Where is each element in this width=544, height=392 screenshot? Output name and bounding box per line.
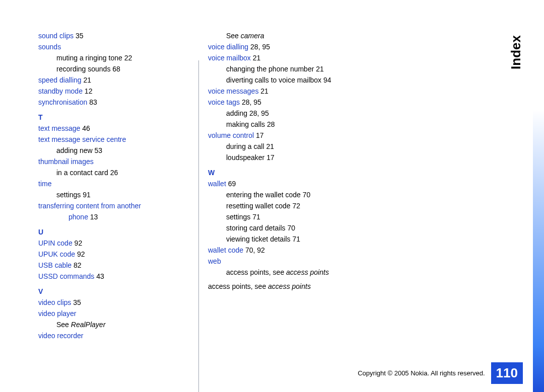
chapter-tab-label: Index (508, 35, 524, 69)
page-ref: 82 (74, 261, 82, 269)
index-sub: changing the phone number (226, 65, 314, 73)
page-ref: 22 (124, 54, 132, 62)
index-link-cont[interactable]: phone (69, 213, 88, 221)
index-sub: muting a ringing tone (56, 54, 122, 62)
index-sub: recording sounds (56, 65, 110, 73)
index-link[interactable]: synchronisation (38, 98, 87, 106)
index-sub: settings (56, 191, 81, 199)
page-ref: 72 (293, 202, 301, 210)
index-link[interactable]: voice messages (208, 87, 258, 95)
index-link[interactable]: sound clips (38, 32, 74, 40)
page-ref: 21 (266, 142, 274, 150)
index-link[interactable]: web (208, 257, 221, 265)
page-ref: 28, 95 (249, 109, 269, 117)
index-link[interactable]: thumbnail images (38, 158, 94, 166)
index-link[interactable]: volume control (208, 131, 254, 139)
page-ref: 70, 92 (245, 246, 265, 254)
page-ref: 28, 95 (242, 98, 261, 106)
index-cross-ref: access points (286, 268, 329, 276)
page-ref: 35 (73, 298, 81, 306)
page-ref: 92 (77, 250, 85, 258)
page-ref: 21 (84, 76, 92, 84)
index-sub: settings (226, 213, 250, 221)
page-ref: 70 (303, 191, 311, 199)
column-divider (198, 60, 199, 392)
index-link[interactable]: UPIN code (38, 239, 73, 247)
page-ref: 68 (112, 65, 120, 73)
index-sub: See (56, 321, 71, 329)
page-ref: 28 (267, 120, 275, 128)
page-ref: 12 (85, 87, 93, 95)
index-sub: diverting calls to voice mailbox (226, 76, 321, 84)
page-number: 110 (491, 362, 523, 384)
page-ref: 94 (323, 76, 331, 84)
page-ref: 83 (89, 98, 97, 106)
index-link[interactable]: wallet code (208, 246, 243, 254)
page-ref: 71 (252, 213, 260, 221)
index-cross-ref: camera (241, 32, 264, 40)
index-sub: viewing ticket details (226, 235, 291, 243)
index-link[interactable]: voice dialling (208, 43, 248, 51)
copyright-text: Copyright © 2005 Nokia. All rights reser… (358, 369, 485, 377)
page-ref: 71 (293, 235, 301, 243)
index-sub: loudspeaker (226, 153, 264, 162)
index-link[interactable]: voice mailbox (208, 54, 251, 62)
index-link[interactable]: transferring content from another (38, 200, 194, 211)
index-sub: entering the wallet code (226, 191, 301, 199)
index-sub: storing card details (226, 224, 286, 232)
page-ref: 92 (75, 239, 83, 247)
index-link[interactable]: wallet (208, 180, 226, 188)
page-ref: 46 (82, 124, 90, 132)
index-sub: making calls (226, 120, 265, 128)
index-link[interactable]: voice tags (208, 98, 240, 106)
index-link[interactable]: speed dialling (38, 76, 82, 84)
index-link[interactable]: time (38, 180, 51, 188)
index-link[interactable]: UPUK code (38, 250, 75, 258)
index-link[interactable]: USSD commands (38, 272, 94, 280)
index-sub: adding (226, 109, 247, 117)
index-link[interactable]: text message service centre (38, 135, 126, 143)
index-heading-t: T (38, 112, 194, 123)
index-link[interactable]: USB cable (38, 261, 72, 269)
page-ref: 17 (266, 153, 275, 162)
content-area: sound clips 35 sounds muting a ringing t… (0, 0, 364, 392)
index-heading-u: U (38, 226, 194, 238)
page-ref: 69 (228, 180, 236, 188)
footer: Copyright © 2005 Nokia. All rights reser… (358, 362, 523, 384)
index-link[interactable]: video recorder (38, 332, 84, 340)
index-link[interactable]: sounds (38, 43, 61, 51)
index-sub: See (226, 32, 241, 40)
page-ref: 28, 95 (250, 43, 270, 51)
side-tab-gradient (533, 0, 544, 392)
index-sub: during a call (226, 142, 264, 150)
index-column-1: sound clips 35 sounds muting a ringing t… (38, 30, 194, 392)
index-sub: resetting wallet code (226, 202, 291, 210)
index-heading-w: W (208, 167, 364, 178)
page-ref: 21 (260, 87, 268, 95)
index-text: access points, see (208, 282, 268, 290)
page-ref: 35 (76, 32, 84, 40)
index-link[interactable]: standby mode (38, 87, 83, 95)
page-ref: 17 (256, 131, 264, 139)
page-ref: 70 (287, 224, 295, 232)
index-link[interactable]: text message (38, 124, 80, 132)
page: sound clips 35 sounds muting a ringing t… (0, 0, 544, 392)
index-link[interactable]: video player (38, 309, 77, 318)
index-heading-v: V (38, 286, 194, 297)
index-sub: adding new (56, 146, 93, 154)
page-ref: 53 (95, 146, 103, 154)
page-ref: 43 (96, 272, 104, 280)
index-column-2: See camera voice dialling 28, 95 voice m… (208, 30, 364, 392)
index-cross-ref: RealPlayer (71, 321, 105, 329)
index-link[interactable]: video clips (38, 298, 71, 306)
page-ref: 91 (83, 191, 91, 199)
page-ref: 13 (90, 213, 98, 221)
index-sub: access points, see (226, 268, 286, 276)
index-cross-ref: access points (268, 282, 311, 290)
index-sub: in a contact card (56, 169, 108, 177)
page-ref: 21 (316, 65, 324, 73)
page-ref: 26 (110, 169, 118, 177)
page-ref: 21 (253, 54, 261, 62)
